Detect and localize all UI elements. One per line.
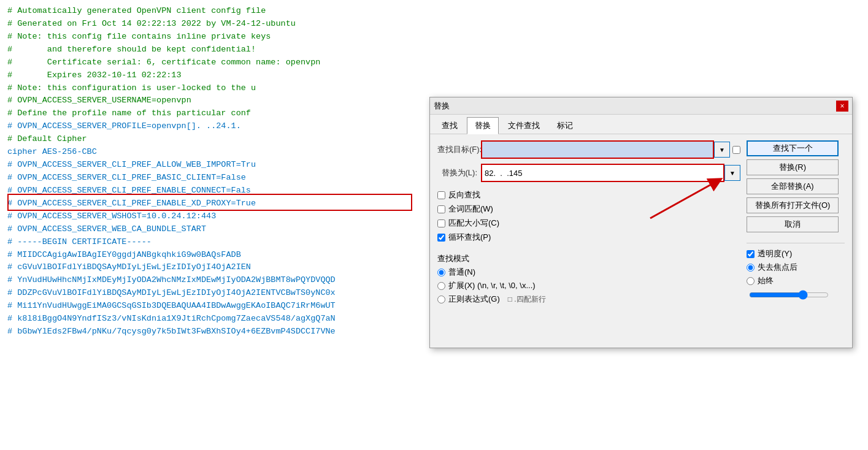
- editor-line: # and therefore should be kept confident…: [7, 44, 861, 56]
- find-dropdown-btn[interactable]: ▼: [714, 142, 730, 158]
- cb-wrap: 循环查找(P): [437, 232, 740, 243]
- editor-line: # Generated on Fri Oct 14 02:22:13 2022 …: [7, 18, 861, 31]
- dialog-left-panel: 查找目标(F): ▼ 替换为(L): ▼ 反向查找: [437, 140, 740, 307]
- radio-normal: 普通(N): [437, 267, 740, 278]
- replace-dropdown-btn[interactable]: ▼: [724, 165, 740, 181]
- trans-always-row: 始终: [747, 275, 845, 286]
- transparency-cb-row: 透明度(Y): [747, 248, 845, 259]
- radio-regex: 正则表达式(G) □ .四配新行: [437, 294, 740, 305]
- replace-label: 替换为(L):: [437, 167, 477, 178]
- dialog-right-panel: 查找下一个 替换(R) 全部替换(A) 替换所有打开文件(O) 取消 透明度(Y…: [747, 140, 845, 307]
- find-checkbox[interactable]: [732, 146, 740, 154]
- find-next-button[interactable]: 查找下一个: [747, 140, 839, 156]
- radio-extended-label: 扩展(X) (\n, \r, \t, \0, \x...): [448, 280, 536, 291]
- replace-all-open-button[interactable]: 替换所有打开文件(O): [747, 197, 839, 213]
- search-mode-label: 查找模式: [437, 253, 740, 264]
- find-row: 查找目标(F): ▼: [437, 140, 740, 159]
- cb-wrap-label: 循环查找(P): [448, 232, 491, 243]
- radio-normal-label: 普通(N): [448, 267, 475, 278]
- cb-match-case-input[interactable]: [437, 219, 445, 227]
- editor-line: # Note: this configuration is user-locke…: [7, 82, 861, 95]
- replace-row: 替换为(L): ▼: [437, 164, 740, 182]
- replace-input[interactable]: [482, 165, 723, 181]
- transparency-slider[interactable]: [749, 290, 829, 300]
- cb-reverse: 反向查找: [437, 189, 740, 200]
- transparency-checkbox[interactable]: [747, 250, 755, 258]
- trans-blur-label: 失去焦点后: [758, 262, 797, 273]
- cb-wrap-input[interactable]: [437, 234, 445, 242]
- trans-always-label: 始终: [758, 275, 774, 286]
- cb-match-case-label: 匹配大小写(C): [448, 218, 499, 229]
- radio-extended-input[interactable]: [437, 282, 445, 290]
- cancel-button[interactable]: 取消: [747, 216, 839, 232]
- transparency-slider-wrap: [747, 290, 845, 302]
- replace-all-button[interactable]: 全部替换(A): [747, 178, 839, 194]
- dialog-close-button[interactable]: ×: [836, 101, 848, 112]
- transparency-label: 透明度(Y): [758, 248, 792, 259]
- cb-reverse-label: 反向查找: [448, 189, 480, 200]
- regex-newline-option: □ .四配新行: [508, 294, 546, 305]
- cb-reverse-input[interactable]: [437, 191, 445, 199]
- trans-blur-row: 失去焦点后: [747, 262, 845, 273]
- checkboxes-area: 反向查找 全词匹配(W) 匹配大小写(C) 循环查找(P): [437, 187, 740, 248]
- editor-line: # Expires 2032-10-11 02:22:13: [7, 69, 861, 82]
- dialog-titlebar: 替换 ×: [430, 97, 852, 115]
- replace-input-wrap: [481, 164, 724, 182]
- cb-whole-word: 全词匹配(W): [437, 204, 740, 215]
- trans-blur-radio[interactable]: [747, 264, 755, 272]
- radio-regex-label: 正则表达式(G): [448, 294, 500, 305]
- replace-button[interactable]: 替换(R): [747, 159, 839, 175]
- tab-replace[interactable]: 替换: [467, 117, 499, 134]
- find-replace-dialog: 替换 × 查找 替换 文件查找 标记 查找目标(F): ▼ 替换为(L):: [429, 97, 853, 348]
- radio-extended: 扩展(X) (\n, \r, \t, \0, \x...): [437, 280, 740, 291]
- tab-mark[interactable]: 标记: [549, 117, 581, 134]
- find-label: 查找目标(F):: [437, 144, 477, 155]
- cb-match-case: 匹配大小写(C): [437, 218, 740, 229]
- trans-always-radio[interactable]: [747, 277, 755, 285]
- find-input[interactable]: [482, 142, 713, 158]
- tab-file-search[interactable]: 文件查找: [500, 117, 548, 134]
- dialog-body: 查找目标(F): ▼ 替换为(L): ▼ 反向查找: [430, 134, 852, 313]
- transparency-section: 透明度(Y) 失去焦点后 始终: [747, 243, 845, 302]
- editor-line: # Note: this config file contains inline…: [7, 31, 861, 44]
- radio-normal-input[interactable]: [437, 269, 445, 276]
- cb-whole-word-input[interactable]: [437, 205, 445, 213]
- tab-find[interactable]: 查找: [434, 117, 466, 134]
- dialog-title: 替换: [434, 101, 450, 112]
- editor-line: # Automatically generated OpenVPN client…: [7, 5, 861, 18]
- search-mode-section: 查找模式 普通(N) 扩展(X) (\n, \r, \t, \0, \x...)…: [437, 253, 740, 305]
- cb-whole-word-label: 全词匹配(W): [448, 204, 493, 215]
- editor-line: # Certificate serial: 6, certificate com…: [7, 56, 861, 69]
- radio-regex-input[interactable]: [437, 296, 445, 303]
- dialog-tabs: 查找 替换 文件查找 标记: [430, 115, 852, 134]
- find-input-wrap: [481, 140, 714, 159]
